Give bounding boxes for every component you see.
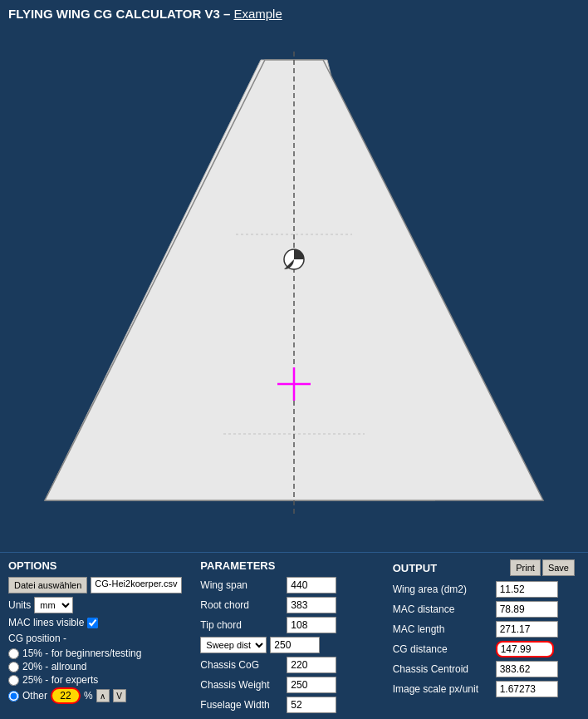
output-label-3: CG distance (393, 643, 492, 655)
radio-other[interactable] (8, 691, 19, 702)
param-row-2: Tip chord (200, 617, 382, 633)
options-title: OPTIONS (8, 559, 190, 572)
param-input-5[interactable] (287, 677, 336, 693)
example-link[interactable]: Example (233, 7, 282, 21)
radio-20-row: 20% - allround (8, 661, 190, 672)
param-input-1[interactable] (287, 597, 336, 613)
param-label-6: Fuselage Width (200, 699, 283, 711)
bottom-panel: OPTIONS Datei auswählen CG-Hei2koerper.c… (0, 552, 588, 719)
output-label-5: Image scale px/unit (393, 683, 492, 695)
param-row-6: Fuselage Width (200, 697, 382, 713)
param-label-1: Root chord (200, 599, 283, 611)
mac-lines-row: MAC lines visible (8, 617, 190, 628)
output-value-4 (496, 661, 558, 677)
radio-25-label: 25% - for experts (22, 674, 98, 686)
file-choose-button[interactable]: Datei auswählen (8, 577, 87, 593)
param-input-6[interactable] (287, 697, 336, 713)
output-label-0: Wing area (dm2) (393, 584, 492, 595)
save-button[interactable]: Save (542, 559, 575, 576)
other-value-input[interactable] (51, 687, 81, 704)
radio-20-label: 20% - allround (22, 661, 86, 672)
cg-position-label: CG position - (8, 633, 66, 644)
output-value-0 (496, 581, 558, 598)
parameters-section: PARAMETERS Wing span Root chord Tip chor… (195, 559, 387, 717)
output-value-2 (496, 621, 558, 638)
filename-display: CG-Hei2koerper.csv (91, 577, 182, 593)
output-value-5 (496, 681, 558, 697)
mac-lines-checkbox[interactable] (87, 618, 98, 628)
param-input-3[interactable] (270, 637, 320, 653)
output-label-2: MAC length (393, 623, 492, 635)
radio-20[interactable] (8, 662, 19, 672)
output-section: OUTPUT Print Save Wing area (dm2) MAC di… (388, 559, 580, 717)
wing-diagram (20, 35, 568, 542)
down-arrow-button[interactable]: V (113, 689, 126, 702)
units-select[interactable]: mm cm inch (34, 597, 73, 613)
other-row: Other % ∧ V (8, 687, 190, 704)
param-input-2[interactable] (287, 617, 336, 633)
wing-canvas-area (0, 24, 588, 552)
output-row-2: MAC length (393, 621, 575, 638)
param-row-5: Chassis Weight (200, 677, 382, 693)
radio-15[interactable] (8, 648, 19, 659)
radio-15-label: 15% - for beginners/testing (22, 648, 141, 659)
param-row-3: Sweep dist Sweep angle LE sweep (200, 637, 382, 653)
units-label: Units (8, 599, 31, 611)
units-row: Units mm cm inch (8, 597, 190, 613)
output-row-0: Wing area (dm2) (393, 581, 575, 598)
param-row-0: Wing span (200, 577, 382, 593)
param-label-0: Wing span (200, 579, 283, 591)
output-cg-distance (496, 641, 554, 657)
parameters-title: PARAMETERS (200, 559, 382, 572)
param-label-2: Tip chord (200, 619, 283, 631)
param-row-4: Chassis CoG (200, 657, 382, 673)
output-row-4: Chassis Centroid (393, 661, 575, 677)
app-title: FLYING WING CG CALCULATOR V3 – Example (0, 0, 588, 24)
mac-lines-label: MAC lines visible (8, 617, 84, 628)
sweep-select[interactable]: Sweep dist Sweep angle LE sweep (200, 637, 267, 653)
param-label-5: Chassis Weight (200, 679, 283, 691)
output-value-1 (496, 601, 558, 618)
print-button[interactable]: Print (510, 559, 541, 576)
param-input-0[interactable] (287, 577, 336, 593)
output-buttons: Print Save (510, 559, 575, 576)
param-row-1: Root chord (200, 597, 382, 613)
file-row: Datei auswählen CG-Hei2koerper.csv (8, 577, 190, 593)
param-label-4: Chassis CoG (200, 659, 283, 671)
up-arrow-button[interactable]: ∧ (96, 689, 110, 702)
param-input-4[interactable] (287, 657, 336, 673)
output-row-3: CG distance (393, 641, 575, 657)
output-row-5: Image scale px/unit (393, 681, 575, 697)
radio-15-row: 15% - for beginners/testing (8, 648, 190, 659)
pct-label: % (84, 690, 93, 702)
other-label: Other (22, 690, 47, 702)
output-label-4: Chassis Centroid (393, 663, 492, 675)
output-label-1: MAC distance (393, 603, 492, 615)
radio-25-row: 25% - for experts (8, 674, 190, 686)
output-title: OUTPUT (393, 562, 437, 574)
output-row-1: MAC distance (393, 601, 575, 618)
options-section: OPTIONS Datei auswählen CG-Hei2koerper.c… (8, 559, 195, 717)
radio-25[interactable] (8, 675, 19, 686)
